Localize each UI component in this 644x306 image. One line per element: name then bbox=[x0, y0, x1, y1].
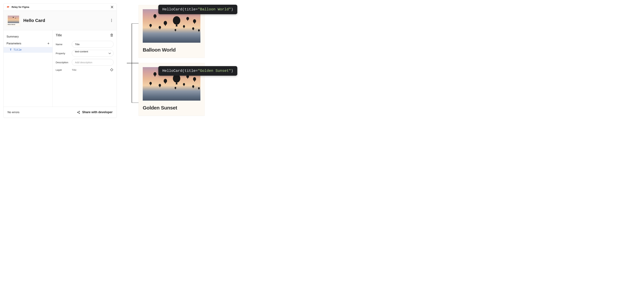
share-label: Share with developer bbox=[82, 111, 112, 114]
property-value: text-content bbox=[75, 50, 88, 53]
component-name: Hello Card bbox=[23, 18, 45, 23]
status-text: No errors bbox=[8, 111, 20, 114]
relay-plugin-panel: Relay for Figma Hello World Hello Card S… bbox=[3, 3, 117, 118]
preview-cards-column: HelloCard(title="Balloon World") HelloCa… bbox=[138, 5, 204, 116]
target-layer-button[interactable] bbox=[110, 68, 114, 72]
close-button[interactable] bbox=[110, 5, 114, 8]
card-title: Balloon World bbox=[143, 47, 200, 53]
code-param: title bbox=[184, 7, 196, 11]
preview-section: HelloCard(title="Balloon World") HelloCa… bbox=[127, 3, 204, 116]
more-menu-button[interactable] bbox=[110, 18, 114, 22]
layer-value: Title bbox=[72, 68, 76, 71]
card-title: Golden Sunset bbox=[143, 105, 200, 111]
panel-footer: No errors Share with developer bbox=[4, 107, 116, 118]
field-row-name: Name bbox=[56, 41, 114, 47]
svg-point-0 bbox=[111, 69, 113, 71]
delete-button[interactable] bbox=[110, 33, 114, 37]
share-icon bbox=[77, 111, 80, 114]
svg-point-1 bbox=[77, 112, 78, 113]
code-value: "Balloon World" bbox=[198, 7, 231, 11]
property-field-label: Property bbox=[56, 52, 70, 55]
field-row-property: Property text-content bbox=[56, 50, 114, 57]
thumbnail-image bbox=[8, 15, 19, 23]
property-select[interactable]: text-content bbox=[72, 50, 114, 57]
parameters-label: Parameters bbox=[6, 42, 21, 45]
component-thumbnail: Hello World bbox=[6, 14, 20, 26]
layer-field-label: Layer bbox=[56, 68, 70, 71]
code-chip-2: HelloCard(title="Golden Sunset") bbox=[158, 66, 237, 76]
name-input[interactable] bbox=[72, 41, 114, 47]
detail-heading: Title bbox=[56, 33, 62, 37]
thumbnail-label: Hello World bbox=[8, 24, 19, 25]
plugin-title: Relay for Figma bbox=[12, 6, 29, 8]
code-fn: HelloCard bbox=[162, 69, 182, 73]
add-parameter-button[interactable]: + bbox=[47, 42, 50, 45]
name-field-label: Name bbox=[56, 43, 70, 46]
text-type-icon: T bbox=[10, 48, 12, 51]
sidebar-item-parameters: Parameters + bbox=[4, 40, 52, 47]
field-row-description: Description bbox=[56, 59, 114, 66]
parameter-item-title[interactable]: T Title bbox=[4, 47, 52, 53]
field-row-layer: Layer Title bbox=[56, 68, 114, 72]
detail-pane: Title Name Property text-content bbox=[53, 30, 116, 107]
detail-header: Title bbox=[56, 33, 114, 37]
sidebar: Summary Parameters + T Title bbox=[4, 30, 53, 107]
description-input[interactable] bbox=[72, 59, 114, 66]
sidebar-item-summary[interactable]: Summary bbox=[4, 33, 52, 40]
summary-label: Summary bbox=[6, 35, 19, 38]
titlebar-left: Relay for Figma bbox=[6, 6, 29, 8]
code-fn: HelloCard bbox=[162, 7, 182, 11]
code-value: "Golden Sunset" bbox=[198, 69, 231, 73]
parameter-label: Title bbox=[14, 48, 22, 51]
share-button[interactable]: Share with developer bbox=[77, 111, 112, 114]
relay-logo-icon bbox=[6, 6, 10, 8]
component-header: Hello World Hello Card bbox=[4, 11, 116, 30]
bracket-connector bbox=[127, 23, 138, 103]
svg-point-2 bbox=[79, 111, 80, 112]
description-field-label: Description bbox=[56, 61, 70, 64]
card-image bbox=[143, 9, 200, 43]
panel-titlebar: Relay for Figma bbox=[4, 3, 116, 11]
svg-point-3 bbox=[79, 113, 80, 114]
panel-body: Summary Parameters + T Title Title Name bbox=[4, 30, 116, 107]
code-param: title bbox=[184, 69, 196, 73]
code-chip-1: HelloCard(title="Balloon World") bbox=[158, 5, 237, 14]
